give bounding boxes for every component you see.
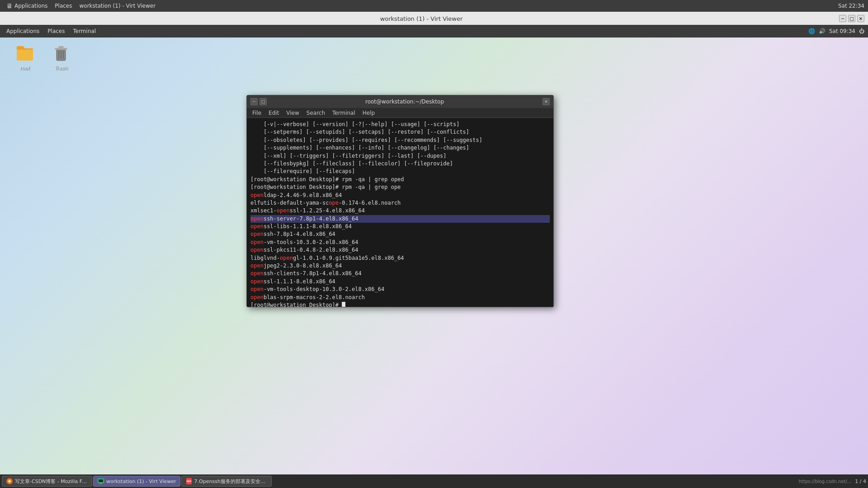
- terminal-line: openssl-libs-1.1.1-8.el8.x86_64: [250, 223, 550, 230]
- pdf-label: 7.Openssh服务的部署及安全优化.pdf: [194, 478, 268, 485]
- terminal-line: open-vm-tools-desktop-10.3.0-2.el8.x86_6…: [250, 286, 550, 293]
- guest-top-panel: Applications Places Terminal 🌐 🔊 Sat 09:…: [0, 25, 868, 38]
- taskbar-firefox[interactable]: 写文章-CSDN博客 - Mozilla Firefox: [2, 476, 92, 487]
- terminal-window: ─ □ root@workstation:~/Desktop ✕ File Ed…: [246, 95, 554, 307]
- desktop-area: root Trash ─ □ root@workstation:~/Deskto…: [0, 36, 868, 474]
- virt-title-bar: workstation (1) - Virt Viewer ─ □ ✕: [0, 12, 868, 25]
- terminal-line: [-v|--verbose] [--version] [-?|--help] […: [250, 121, 550, 128]
- terminal-line: [root@workstation Desktop]# rpm -qa | gr…: [250, 183, 550, 191]
- guest-sound-icon: 🔊: [819, 28, 826, 34]
- apps-icon: 🖥: [6, 2, 13, 9]
- virt-title-controls: ─ □ ✕: [839, 15, 864, 22]
- terminal-line: openssh-7.8p1-4.el8.x86_64: [250, 230, 550, 238]
- close-button[interactable]: ✕: [857, 15, 864, 22]
- terminal-line: openldap-2.4.46-9.el8.x86_64: [250, 192, 550, 199]
- terminal-menu-bar: File Edit View Search Terminal Help: [247, 108, 553, 118]
- system-time: Sat 22:34: [838, 3, 864, 9]
- applications-menu[interactable]: 🖥 Applications: [4, 1, 50, 10]
- terminal-menu-file[interactable]: File: [249, 109, 265, 117]
- terminal-line: elfutils-default-yama-scope-0.174-6.el8.…: [250, 199, 550, 207]
- desktop-icon-trash[interactable]: Trash: [45, 41, 77, 73]
- system-bar: 🖥 Applications Places workstation (1) - …: [0, 0, 868, 12]
- terminal-menu-help[interactable]: Help: [359, 109, 378, 117]
- guest-power-icon: ⏻: [859, 28, 864, 34]
- terminal-close[interactable]: ✕: [542, 98, 550, 105]
- trash-icon: [50, 42, 72, 64]
- terminal-controls-left: ─ □: [250, 98, 267, 105]
- virt-window-title: workstation (1) - Virt Viewer: [4, 15, 839, 22]
- terminal-prompt-line: [root@workstation Desktop]#: [250, 301, 550, 307]
- terminal-cursor: [342, 302, 345, 307]
- terminal-line: openssh-server-7.8p1-4.el8.x86_64: [250, 215, 550, 223]
- svg-rect-11: [99, 483, 102, 484]
- terminal-menu-edit[interactable]: Edit: [265, 109, 283, 117]
- system-bar-right: Sat 22:34: [838, 3, 864, 9]
- maximize-button[interactable]: □: [848, 15, 855, 22]
- virt-title-text: workstation (1) - Virt Viewer: [79, 3, 156, 9]
- guest-places[interactable]: Places: [45, 27, 67, 35]
- terminal-content[interactable]: [-v|--verbose] [--version] [-?|--help] […: [247, 118, 553, 307]
- desktop-icon-root[interactable]: root: [9, 41, 41, 73]
- virt-title-menu: workstation (1) - Virt Viewer: [76, 2, 158, 10]
- terminal-line: [--obsoletes] [--provides] [--requires] …: [250, 136, 550, 144]
- places-menu[interactable]: Places: [52, 2, 75, 10]
- terminal-line: openssh-clients-7.8p1-4.el8.x86_64: [250, 270, 550, 277]
- page-indicator: 1 / 4: [855, 479, 866, 484]
- desktop-icon-trash-label: Trash: [54, 65, 67, 71]
- terminal-controls-right: ✕: [542, 98, 550, 105]
- applications-label: Applications: [14, 3, 47, 9]
- svg-rect-10: [99, 479, 103, 482]
- places-label: Places: [55, 3, 72, 9]
- guest-network-icon: 🌐: [808, 28, 815, 34]
- desktop-icon-root-label: root: [20, 65, 30, 71]
- terminal-line: open-vm-tools-10.3.0-2.el8.x86_64: [250, 239, 550, 246]
- terminal-line: openssl-pkcs11-0.4.8-2.el8.x86_64: [250, 246, 550, 254]
- firefox-icon: [6, 478, 13, 485]
- taskbar-pdf[interactable]: PDF 7.Openssh服务的部署及安全优化.pdf: [181, 476, 272, 487]
- folder-icon: [14, 42, 36, 64]
- terminal-line: openssl-1.1.1-8.el8.x86_64: [250, 278, 550, 286]
- terminal-minimize[interactable]: ─: [250, 98, 258, 105]
- svg-rect-12: [99, 484, 103, 484]
- firefox-label: 写文章-CSDN博客 - Mozilla Firefox: [15, 478, 88, 485]
- terminal-menu-view[interactable]: View: [283, 109, 302, 117]
- taskbar: 写文章-CSDN博客 - Mozilla Firefox workstation…: [0, 474, 868, 488]
- guest-applications[interactable]: Applications: [4, 27, 42, 35]
- svg-text:PDF: PDF: [186, 480, 191, 483]
- taskbar-right: https://blog.csdn.net/... 1 / 4: [799, 479, 866, 484]
- terminal-maximize[interactable]: □: [259, 98, 267, 105]
- url-bar: https://blog.csdn.net/...: [799, 479, 852, 484]
- terminal-line: openjpeg2-2.3.0-8.el8.x86_64: [250, 262, 550, 270]
- terminal-line: xmlsec1-openssl-1.2.25-4.el8.x86_64: [250, 207, 550, 215]
- terminal-line: [--supplements] [--enhances] [--info] [-…: [250, 144, 550, 152]
- pdf-icon: PDF: [185, 478, 193, 485]
- terminal-line: [--filesbypkg] [--fileclass] [--filecolo…: [250, 160, 550, 168]
- terminal-title-text: root@workstation:~/Desktop: [267, 99, 542, 105]
- system-bar-left: 🖥 Applications Places workstation (1) - …: [4, 1, 158, 10]
- svg-point-8: [9, 480, 10, 482]
- terminal-line: [--filerequire] [--filecaps]: [250, 168, 550, 175]
- terminal-line: [--xml] [--triggers] [--filetriggers] [-…: [250, 152, 550, 160]
- terminal-menu-search[interactable]: Search: [303, 109, 329, 117]
- guest-panel-right: 🌐 🔊 Sat 09:34 ⏻: [808, 28, 864, 34]
- terminal-menu-terminal[interactable]: Terminal: [329, 109, 359, 117]
- terminal-line: [root@workstation Desktop]# rpm -qa | gr…: [250, 176, 550, 183]
- svg-rect-2: [58, 46, 64, 48]
- terminal-line: [--setperms] [--setupids] [--setcaps] [-…: [250, 128, 550, 136]
- taskbar-virt[interactable]: workstation (1) - Virt Viewer: [93, 476, 180, 487]
- minimize-button[interactable]: ─: [839, 15, 846, 22]
- virt-label: workstation (1) - Virt Viewer: [106, 479, 176, 484]
- terminal-line: libglvnd-opengl-1.0.1-0.9.git5baa1e5.el8…: [250, 254, 550, 262]
- guest-time: Sat 09:34: [829, 28, 855, 34]
- virt-icon: [97, 478, 104, 485]
- terminal-title-bar: ─ □ root@workstation:~/Desktop ✕: [247, 95, 553, 108]
- guest-terminal[interactable]: Terminal: [70, 27, 99, 35]
- terminal-line: openblas-srpm-macros-2-2.el8.noarch: [250, 294, 550, 301]
- svg-rect-1: [55, 48, 67, 50]
